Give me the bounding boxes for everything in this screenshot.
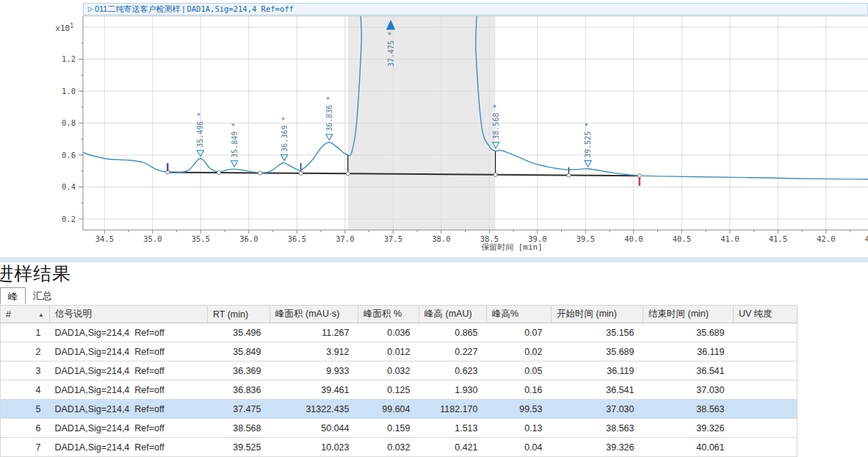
cell: 0.16 (487, 381, 551, 400)
expand-triangle-icon: ▷ (88, 4, 93, 15)
cell: 3 (1, 361, 50, 381)
svg-text:35.5: 35.5 (192, 234, 210, 243)
svg-text:1.0: 1.0 (62, 87, 76, 96)
baseline-node[interactable] (493, 173, 497, 176)
cell: 35.156 (551, 323, 643, 342)
baseline-node[interactable] (346, 172, 350, 176)
cell: 1182.170 (419, 400, 487, 419)
chromatogram-svg[interactable]: 0.20.40.60.81.01.234.535.035.536.036.537… (0, 0, 868, 256)
svg-text:0.2: 0.2 (62, 215, 76, 223)
baseline-node[interactable] (258, 171, 262, 175)
peak-marker-icon (197, 151, 203, 156)
injection-results-section: 进样结果 峰汇总 #▲信号说明RT (min)峰面积 (mAU·s)峰面积 %峰… (0, 257, 868, 457)
svg-text:40.0: 40.0 (624, 234, 643, 243)
table-row[interactable]: 4DAD1A,Sig=214,4 Ref=off36.83639.4610.12… (1, 381, 798, 400)
table-row[interactable]: 5DAD1A,Sig=214,4 Ref=off37.47531322.4359… (1, 400, 798, 419)
cell: 36.541 (551, 381, 643, 400)
cell: 35.689 (551, 342, 643, 361)
column-header-1[interactable]: #▲ (1, 306, 50, 323)
results-table: #▲信号说明RT (min)峰面积 (mAU·s)峰面积 %峰高 (mAU)峰高… (0, 305, 798, 457)
sort-ascending-icon[interactable]: ▲ (38, 312, 44, 318)
column-header-3[interactable]: RT (min) (208, 306, 270, 323)
cell: 37.030 (551, 400, 643, 419)
table-row[interactable]: 2DAD1A,Sig=214,4 Ref=off35.8493.9120.012… (1, 342, 798, 361)
cell: 0.04 (487, 438, 551, 457)
tab-summary[interactable]: 汇总 (26, 287, 59, 304)
peak-marker-icon (281, 155, 288, 161)
cell: 0.421 (419, 438, 487, 457)
results-tabs: 峰汇总 (0, 287, 59, 305)
peak-label: 35.849 * (231, 123, 239, 158)
column-header-10[interactable]: UV 纯度 (734, 306, 798, 323)
svg-text:38.0: 38.0 (432, 234, 450, 243)
baseline-node[interactable] (299, 171, 303, 175)
svg-text:37.0: 37.0 (336, 234, 354, 243)
cell: 9.933 (270, 361, 358, 381)
cell: 1.930 (419, 381, 487, 400)
svg-text:42.5: 42.5 (865, 234, 868, 243)
column-header-2[interactable]: 信号说明 (50, 306, 208, 323)
tab-peak[interactable]: 峰 (0, 287, 26, 304)
column-header-5[interactable]: 峰面积 % (358, 306, 419, 323)
peak-label: 36.836 * (325, 96, 333, 132)
table-row[interactable]: 3DAD1A,Sig=214,4 Ref=off36.3699.9330.032… (1, 361, 798, 381)
cell: DAD1A,Sig=214,4 Ref=off (50, 361, 208, 381)
cell: DAD1A,Sig=214,4 Ref=off (50, 438, 208, 457)
cell: 37.475 (208, 400, 270, 419)
cell: 0.125 (358, 381, 419, 400)
svg-text:36.5: 36.5 (288, 234, 306, 243)
peak-label: 39.525 * (584, 123, 592, 158)
baseline-node[interactable] (217, 170, 221, 174)
table-row[interactable]: 1DAD1A,Sig=214,4 Ref=off35.49611.2670.03… (1, 323, 798, 342)
column-header-8[interactable]: 开始时间 (min) (551, 306, 643, 323)
cell: DAD1A,Sig=214,4 Ref=off (50, 323, 208, 342)
panel-splitter[interactable] (0, 257, 868, 262)
cell: 36.119 (643, 342, 734, 361)
cell: 4 (1, 381, 50, 400)
cell: 39.461 (270, 381, 358, 400)
cell: 3.912 (270, 342, 358, 361)
cell: DAD1A,Sig=214,4 Ref=off (50, 400, 208, 419)
cell (734, 419, 798, 438)
baseline-node[interactable] (567, 173, 571, 177)
column-header-4[interactable]: 峰面积 (mAU·s) (270, 306, 358, 323)
cell (734, 400, 798, 419)
svg-text:39.5: 39.5 (576, 234, 595, 243)
table-row[interactable]: 6DAD1A,Sig=214,4 Ref=off38.56850.0440.15… (1, 419, 798, 438)
cell: 0.13 (487, 419, 551, 438)
chart-signal-header[interactable]: ▷011二纯寄送客户检测样 | DAD1A,Sig=214,4 Ref=off (83, 3, 868, 15)
cell (734, 438, 798, 457)
table-row[interactable]: 7DAD1A,Sig=214,4 Ref=off39.52510.0230.03… (1, 438, 798, 457)
column-header-6[interactable]: 峰高 (mAU) (419, 306, 487, 323)
svg-text:42.0: 42.0 (817, 234, 835, 243)
signal-descriptor: DAD1A,Sig=214,4 Ref=off (187, 4, 293, 13)
cell: 36.541 (643, 361, 734, 381)
svg-text:0.6: 0.6 (62, 151, 76, 159)
peak-label: 35.496 * (196, 112, 204, 148)
cell: 38.563 (643, 400, 734, 419)
cell: 0.02 (487, 342, 551, 361)
svg-text:34.5: 34.5 (95, 234, 114, 243)
peak-label: 37.475 * (387, 32, 395, 67)
cell: 31322.435 (270, 400, 358, 419)
peak-marker-icon (326, 134, 333, 140)
svg-text:1.2: 1.2 (62, 54, 76, 63)
cell: DAD1A,Sig=214,4 Ref=off (50, 381, 208, 400)
cell: 0.036 (358, 323, 419, 342)
column-header-9[interactable]: 结束时间 (min) (643, 306, 734, 323)
cell: 0.012 (358, 342, 419, 361)
cell: 50.044 (270, 419, 358, 438)
cell: 36.369 (208, 361, 270, 381)
cell: 39.326 (643, 419, 734, 438)
sample-name: 011二纯寄送客户检测样 (95, 4, 181, 13)
cell: 7 (1, 438, 50, 457)
peak-label: 38.568 * (492, 104, 500, 140)
cell: 0.07 (487, 323, 551, 342)
cell (734, 381, 798, 400)
cell: 5 (1, 400, 50, 419)
cell: 35.689 (643, 323, 734, 342)
column-header-7[interactable]: 峰高% (487, 306, 551, 323)
x-axis-title: 保留时间 [min] (481, 242, 543, 252)
cell: DAD1A,Sig=214,4 Ref=off (50, 419, 208, 438)
cell: 36.119 (551, 361, 643, 381)
